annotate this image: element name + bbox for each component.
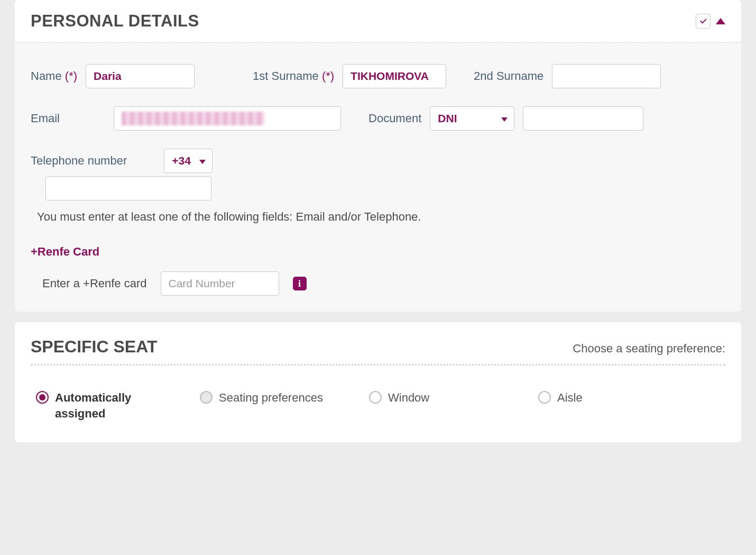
seat-option-preferences[interactable]: Seating preferences bbox=[200, 390, 348, 421]
surname2-label: 2nd Surname bbox=[474, 69, 543, 83]
document-number-field[interactable] bbox=[523, 106, 643, 131]
personal-details-body: Name (*) 1st Surname (*) 2nd Surname Ema… bbox=[15, 43, 741, 312]
collapse-section-button[interactable] bbox=[716, 18, 725, 24]
check-icon bbox=[699, 17, 707, 25]
telephone-number-row bbox=[31, 176, 725, 201]
radio-icon bbox=[200, 391, 213, 404]
info-icon[interactable]: i bbox=[293, 277, 307, 290]
contact-hint: You must enter at least one of the follo… bbox=[37, 210, 725, 224]
seat-option-label: Automatically assigned bbox=[55, 390, 161, 421]
surname1-field[interactable] bbox=[343, 64, 446, 88]
telephone-label: Telephone number bbox=[31, 154, 127, 168]
email-field[interactable] bbox=[114, 106, 341, 131]
document-label: Document bbox=[368, 112, 421, 125]
radio-icon bbox=[538, 391, 551, 404]
seat-option-label: Window bbox=[388, 390, 429, 406]
personal-details-title: PERSONAL DETAILS bbox=[31, 12, 199, 31]
document-type-select[interactable]: DNI bbox=[430, 106, 514, 131]
personal-details-panel: PERSONAL DETAILS bbox=[15, 0, 741, 43]
name-label: Name (*) bbox=[31, 69, 77, 83]
specific-seat-panel: SPECIFIC SEAT Choose a seating preferenc… bbox=[15, 322, 741, 442]
header-actions bbox=[696, 14, 725, 29]
seat-option-auto[interactable]: Automatically assigned bbox=[36, 390, 179, 421]
email-value-redacted bbox=[122, 112, 264, 125]
renfe-card-section-title: +Renfe Card bbox=[31, 245, 725, 259]
seat-option-aisle[interactable]: Aisle bbox=[538, 390, 583, 421]
radio-icon bbox=[369, 391, 382, 404]
specific-seat-header: SPECIFIC SEAT Choose a seating preferenc… bbox=[15, 337, 741, 361]
name-row: Name (*) 1st Surname (*) 2nd Surname bbox=[31, 64, 725, 88]
email-label: Email bbox=[31, 112, 60, 125]
seat-options-row: Automatically assigned Seating preferenc… bbox=[15, 366, 741, 421]
phone-prefix-select[interactable]: +34 bbox=[164, 149, 213, 173]
surname1-label: 1st Surname (*) bbox=[253, 69, 334, 83]
email-doc-row: Email Document DNI bbox=[31, 106, 725, 131]
name-field[interactable] bbox=[86, 64, 195, 88]
personal-details-header: PERSONAL DETAILS bbox=[15, 0, 741, 42]
seat-option-label: Aisle bbox=[557, 390, 583, 406]
telephone-row: Telephone number +34 bbox=[31, 149, 725, 173]
renfe-card-row: Enter a +Renfe card i bbox=[42, 271, 725, 296]
radio-icon bbox=[36, 391, 49, 404]
seat-option-label: Seating preferences bbox=[219, 390, 323, 406]
renfe-card-label: Enter a +Renfe card bbox=[42, 277, 147, 290]
section-complete-indicator bbox=[696, 14, 711, 29]
specific-seat-title: SPECIFIC SEAT bbox=[31, 337, 157, 357]
seating-preference-subtitle: Choose a seating preference: bbox=[573, 342, 725, 356]
surname2-field[interactable] bbox=[552, 64, 661, 88]
renfe-card-field[interactable] bbox=[161, 271, 279, 296]
seat-option-window[interactable]: Window bbox=[369, 390, 517, 421]
phone-number-field[interactable] bbox=[45, 176, 211, 201]
